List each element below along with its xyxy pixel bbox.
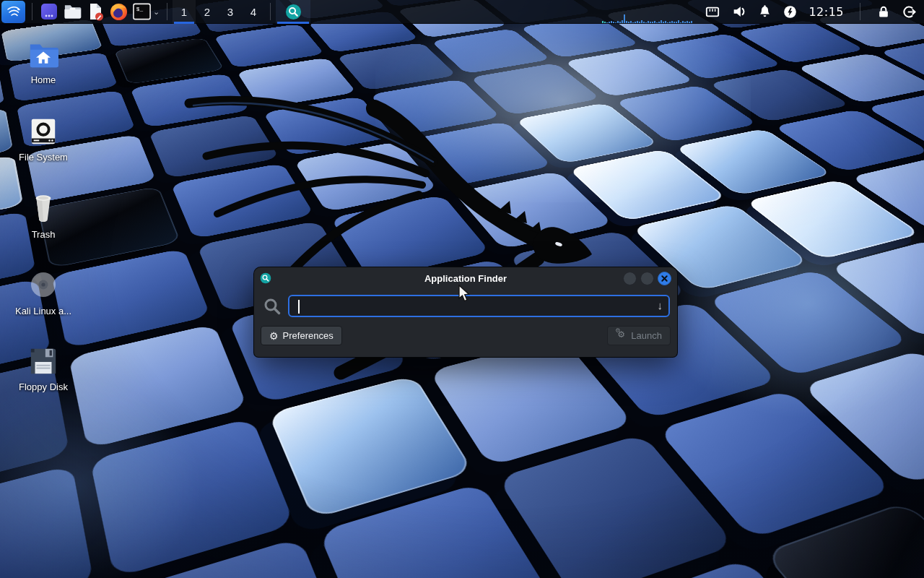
desktop-icon-label: Kali Linux a...: [15, 306, 71, 316]
launcher-file-manager[interactable]: [61, 0, 84, 24]
text-editor-icon: [86, 2, 105, 21]
top-panel: $_ ⌄ 1 2 3 4: [0, 0, 924, 24]
firefox-icon: [109, 2, 128, 22]
search-icon: [263, 297, 282, 316]
application-finder-window: Application Finder ↓ ⚙ Preferences: [254, 267, 677, 357]
desktop-icon-kali-linux[interactable]: Kali Linux a...: [9, 269, 78, 316]
launcher-text-editor[interactable]: [84, 0, 107, 24]
system-tray: 12:15: [705, 3, 917, 20]
applications-menu-button[interactable]: [1, 1, 25, 23]
window-icon-application-finder: [260, 272, 271, 284]
workspace-2[interactable]: 2: [196, 0, 219, 24]
desktop-icon-file-system[interactable]: File System: [9, 116, 78, 163]
system-load-graph[interactable]: [602, 0, 694, 24]
logout-icon[interactable]: [902, 4, 917, 20]
launch-label: Launch: [631, 330, 662, 341]
launch-button[interactable]: ⚙⚙ Launch: [607, 326, 671, 345]
workspace-number: 4: [250, 6, 256, 18]
search-input[interactable]: ↓: [288, 295, 670, 317]
workspace-4[interactable]: 4: [242, 0, 265, 24]
svg-text:$_: $_: [136, 7, 144, 12]
close-icon: [661, 275, 668, 282]
window-title: Application Finder: [254, 273, 677, 284]
taskbar-application-finder[interactable]: [276, 0, 310, 24]
desktop-icon-trash[interactable]: Trash: [9, 192, 78, 240]
power-manager-icon[interactable]: [783, 4, 798, 20]
cd-disc-icon: [27, 269, 59, 301]
dropdown-arrow-icon[interactable]: ↓: [658, 299, 663, 311]
desktop-icon-label: Floppy Disk: [19, 381, 68, 392]
workspace-3[interactable]: 3: [219, 0, 242, 24]
minimize-button[interactable]: [623, 272, 637, 285]
panel-separator: [32, 3, 32, 20]
hard-drive-icon: [28, 116, 58, 147]
launcher-terminal[interactable]: $_ ⌄: [130, 0, 162, 24]
panel-separator: [860, 3, 860, 20]
launch-gears-icon: ⚙⚙: [616, 330, 627, 341]
kali-logo-icon: [5, 3, 22, 20]
gear-icon: ⚙: [269, 331, 279, 341]
home-folder-icon: [27, 40, 59, 69]
panel-separator: [270, 3, 271, 20]
desktop-icon-floppy-disk[interactable]: Floppy Disk: [9, 346, 78, 392]
launcher-apps[interactable]: [38, 0, 61, 24]
desktop-icon-home[interactable]: Home: [9, 40, 78, 85]
maximize-button[interactable]: [640, 272, 654, 285]
panel-clock[interactable]: 12:15: [808, 5, 844, 19]
workspace-1[interactable]: 1: [173, 0, 196, 24]
desktop-icon-label: Trash: [32, 229, 56, 240]
close-button[interactable]: [658, 272, 671, 285]
launcher-firefox[interactable]: [107, 0, 130, 24]
application-finder-icon: [285, 4, 302, 20]
desktop-icon-label: File System: [19, 152, 68, 163]
file-manager-icon: [63, 2, 82, 21]
floppy-disk-icon: [28, 346, 58, 376]
preferences-button[interactable]: ⚙ Preferences: [261, 326, 342, 345]
workspace-number: 1: [181, 6, 187, 18]
apps-launcher-icon: [40, 2, 58, 21]
window-titlebar[interactable]: Application Finder: [254, 267, 677, 289]
workspace-number: 3: [227, 6, 233, 18]
network-icon[interactable]: [705, 4, 720, 19]
trash-icon: [28, 192, 58, 224]
notifications-bell-icon[interactable]: [758, 4, 772, 20]
terminal-dropdown-chevron[interactable]: ⌄: [153, 7, 160, 17]
workspace-number: 2: [204, 6, 210, 18]
panel-separator: [167, 3, 167, 20]
volume-icon[interactable]: [731, 4, 747, 20]
desktop-icon-label: Home: [31, 74, 56, 85]
lock-screen-icon[interactable]: [876, 4, 891, 20]
preferences-label: Preferences: [283, 330, 334, 341]
text-caret: [298, 300, 300, 314]
terminal-icon: $_: [132, 2, 152, 21]
